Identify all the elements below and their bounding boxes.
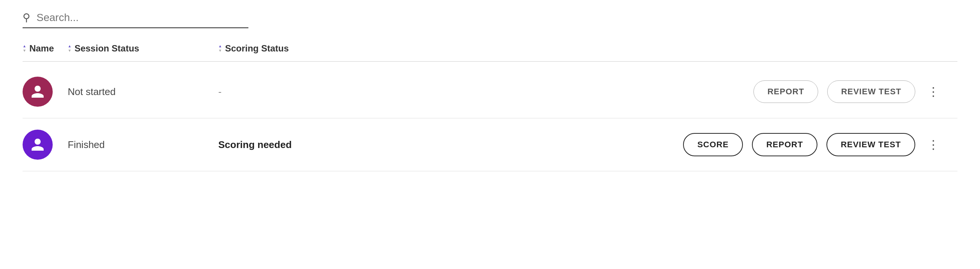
search-bar: ⚲ bbox=[22, 11, 248, 28]
avatar-row1 bbox=[22, 77, 52, 107]
col-header-name: Name bbox=[22, 43, 68, 54]
more-options-row1[interactable]: ⋮ bbox=[924, 82, 942, 102]
col-header-scoring: Scoring Status bbox=[218, 43, 406, 54]
person-icon bbox=[30, 137, 45, 152]
review-test-button-row1[interactable]: REVIEW TEST bbox=[827, 81, 915, 103]
search-input[interactable] bbox=[37, 12, 248, 24]
col-label-session: Session Status bbox=[75, 43, 139, 54]
person-icon bbox=[30, 84, 45, 99]
data-table: Name Session Status Scoring Status bbox=[22, 43, 958, 171]
report-button-row2[interactable]: REPORT bbox=[752, 133, 818, 156]
sort-icon-name[interactable] bbox=[22, 44, 26, 52]
col-label-scoring: Scoring Status bbox=[225, 43, 289, 54]
sort-icon-session[interactable] bbox=[68, 44, 72, 52]
review-test-button-row2[interactable]: REVIEW TEST bbox=[826, 133, 915, 156]
table-row: Not started - REPORT REVIEW TEST ⋮ bbox=[22, 65, 958, 118]
report-button-row1[interactable]: REPORT bbox=[753, 81, 818, 103]
more-options-row2[interactable]: ⋮ bbox=[924, 134, 942, 155]
session-status-row1: Not started bbox=[68, 86, 218, 98]
scoring-status-row1: - bbox=[218, 86, 406, 98]
avatar-row2 bbox=[22, 130, 52, 160]
col-label-name: Name bbox=[29, 43, 54, 54]
actions-row1: REPORT REVIEW TEST ⋮ bbox=[406, 81, 958, 103]
table-row: Finished Scoring needed SCORE REPORT REV… bbox=[22, 118, 958, 171]
col-header-session: Session Status bbox=[68, 43, 218, 54]
score-button-row2[interactable]: SCORE bbox=[683, 133, 743, 156]
page-container: ⚲ Name Session Status Scoring Status bbox=[0, 0, 980, 183]
session-status-row2: Finished bbox=[68, 139, 218, 151]
sort-icon-scoring[interactable] bbox=[218, 44, 222, 52]
avatar bbox=[22, 77, 68, 107]
actions-row2: SCORE REPORT REVIEW TEST ⋮ bbox=[406, 133, 958, 156]
table-header: Name Session Status Scoring Status bbox=[22, 43, 958, 62]
search-icon: ⚲ bbox=[22, 11, 30, 24]
scoring-status-row2: Scoring needed bbox=[218, 139, 406, 151]
avatar bbox=[22, 130, 68, 160]
